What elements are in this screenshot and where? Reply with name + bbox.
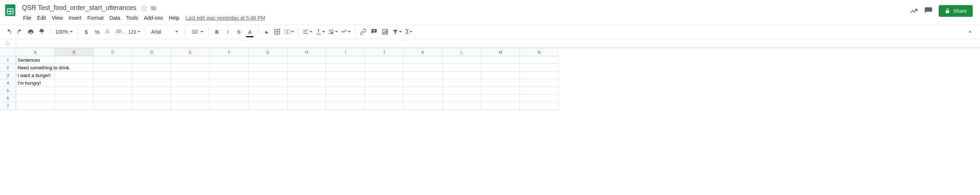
cell-I5[interactable] xyxy=(326,87,365,95)
menu-view[interactable]: View xyxy=(49,14,65,22)
column-header-H[interactable]: H xyxy=(287,48,326,56)
menu-file[interactable]: File xyxy=(21,14,34,22)
cell-L2[interactable] xyxy=(442,64,481,71)
cell-A6[interactable] xyxy=(16,95,55,102)
cell-I3[interactable] xyxy=(326,71,365,79)
cell-G5[interactable] xyxy=(249,87,287,95)
cell-E7[interactable] xyxy=(171,102,210,110)
cell-N2[interactable] xyxy=(520,64,559,71)
cell-I4[interactable] xyxy=(326,79,365,87)
sheets-logo[interactable] xyxy=(3,3,18,17)
cell-J5[interactable] xyxy=(365,87,404,95)
comments-icon[interactable] xyxy=(924,6,933,15)
cell-D6[interactable] xyxy=(132,95,171,102)
functions-button[interactable]: Σ xyxy=(404,27,414,37)
increase-decimal-button[interactable]: .00→ xyxy=(114,27,126,37)
cell-J6[interactable] xyxy=(365,95,404,102)
cell-B2[interactable] xyxy=(55,64,94,71)
cell-I7[interactable] xyxy=(326,102,365,110)
cell-E2[interactable] xyxy=(171,64,210,71)
cell-D5[interactable] xyxy=(132,87,171,95)
italic-button[interactable]: I xyxy=(223,27,233,37)
cell-K1[interactable] xyxy=(404,56,442,64)
cell-F4[interactable] xyxy=(210,79,249,87)
row-header-5[interactable]: 5 xyxy=(0,87,16,95)
menu-insert[interactable]: Insert xyxy=(66,14,84,22)
decrease-decimal-button[interactable]: .0← xyxy=(103,27,113,37)
text-color-button[interactable]: A xyxy=(245,27,255,37)
cell-A4[interactable]: I'm hungry! xyxy=(16,79,55,87)
cell-F7[interactable] xyxy=(210,102,249,110)
cell-A3[interactable]: I want a burger! xyxy=(16,71,55,79)
cell-F2[interactable] xyxy=(210,64,249,71)
cell-K5[interactable] xyxy=(404,87,442,95)
cell-I1[interactable] xyxy=(326,56,365,64)
cell-M5[interactable] xyxy=(481,87,520,95)
strikethrough-button[interactable]: S xyxy=(234,27,244,37)
column-header-B[interactable]: B xyxy=(55,48,94,56)
column-header-D[interactable]: D xyxy=(132,48,171,56)
cell-H6[interactable] xyxy=(287,95,326,102)
insert-comment-button[interactable] xyxy=(369,27,379,37)
bold-button[interactable]: B xyxy=(212,27,222,37)
row-header-6[interactable]: 6 xyxy=(0,95,16,102)
fill-color-button[interactable] xyxy=(261,27,271,37)
star-icon[interactable] xyxy=(141,5,147,11)
cell-K6[interactable] xyxy=(404,95,442,102)
column-header-K[interactable]: K xyxy=(404,48,442,56)
column-header-C[interactable]: C xyxy=(94,48,132,56)
cell-F1[interactable] xyxy=(210,56,249,64)
cell-L3[interactable] xyxy=(442,71,481,79)
cell-L7[interactable] xyxy=(442,102,481,110)
trend-icon[interactable] xyxy=(909,6,918,15)
cell-L6[interactable] xyxy=(442,95,481,102)
merge-cells-button[interactable] xyxy=(283,27,295,37)
row-header-7[interactable]: 7 xyxy=(0,102,16,110)
cell-K4[interactable] xyxy=(404,79,442,87)
last-edit-link[interactable]: Last edit was yesterday at 5:46 PM xyxy=(183,14,268,22)
cell-C4[interactable] xyxy=(94,79,132,87)
folder-icon[interactable] xyxy=(150,5,157,11)
select-all-corner[interactable] xyxy=(0,48,16,56)
cell-L1[interactable] xyxy=(442,56,481,64)
cell-B4[interactable] xyxy=(55,79,94,87)
paint-format-button[interactable] xyxy=(37,27,47,37)
cell-H1[interactable] xyxy=(287,56,326,64)
cell-C5[interactable] xyxy=(94,87,132,95)
cell-E1[interactable] xyxy=(171,56,210,64)
formula-input[interactable] xyxy=(16,39,980,48)
share-button[interactable]: Share xyxy=(939,5,973,17)
cell-H3[interactable] xyxy=(287,71,326,79)
collapse-toolbar-button[interactable] xyxy=(966,27,976,37)
cell-B6[interactable] xyxy=(55,95,94,102)
column-header-E[interactable]: E xyxy=(171,48,210,56)
cell-H5[interactable] xyxy=(287,87,326,95)
cell-E4[interactable] xyxy=(171,79,210,87)
cell-I6[interactable] xyxy=(326,95,365,102)
menu-addons[interactable]: Add-ons xyxy=(141,14,165,22)
cell-G6[interactable] xyxy=(249,95,287,102)
cell-N4[interactable] xyxy=(520,79,559,87)
redo-button[interactable] xyxy=(14,27,25,37)
cell-M7[interactable] xyxy=(481,102,520,110)
column-header-G[interactable]: G xyxy=(249,48,287,56)
cell-B1[interactable] xyxy=(55,56,94,64)
cell-J1[interactable] xyxy=(365,56,404,64)
cell-F3[interactable] xyxy=(210,71,249,79)
cell-I2[interactable] xyxy=(326,64,365,71)
text-rotation-button[interactable] xyxy=(340,27,352,37)
cell-A2[interactable]: Need something to drink. xyxy=(16,64,55,71)
cell-L4[interactable] xyxy=(442,79,481,87)
cell-A7[interactable] xyxy=(16,102,55,110)
cell-N7[interactable] xyxy=(520,102,559,110)
cell-B7[interactable] xyxy=(55,102,94,110)
cell-J3[interactable] xyxy=(365,71,404,79)
column-header-F[interactable]: F xyxy=(210,48,249,56)
cell-C6[interactable] xyxy=(94,95,132,102)
cell-J2[interactable] xyxy=(365,64,404,71)
insert-link-button[interactable] xyxy=(358,27,368,37)
cell-M1[interactable] xyxy=(481,56,520,64)
cell-C2[interactable] xyxy=(94,64,132,71)
cell-B3[interactable] xyxy=(55,71,94,79)
vertical-align-button[interactable] xyxy=(314,27,326,37)
